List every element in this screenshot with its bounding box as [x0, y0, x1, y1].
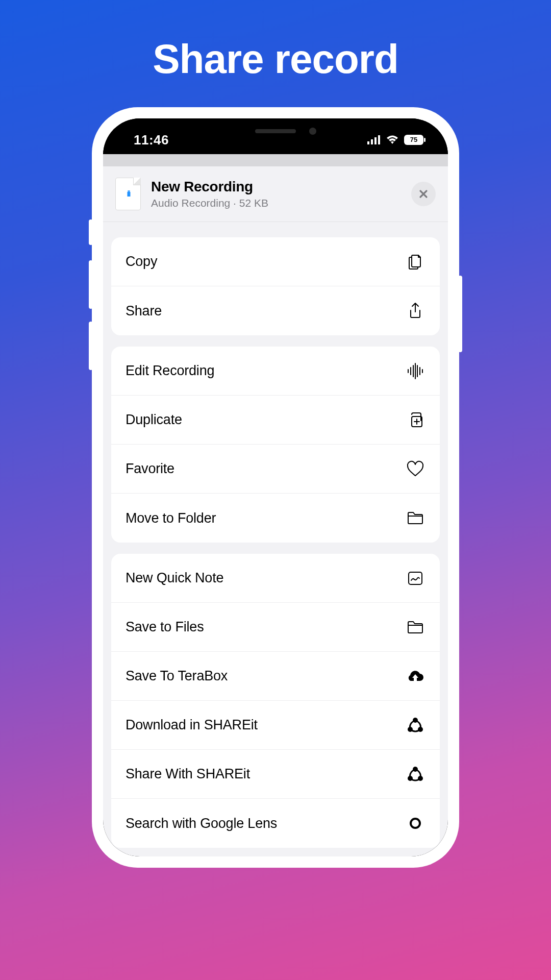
svg-rect-1	[371, 139, 373, 144]
sheet-body: Copy Share Edit Record	[103, 222, 448, 848]
lens-icon	[405, 813, 425, 834]
action-label: Duplicate	[126, 412, 182, 428]
action-label: Move to Folder	[126, 510, 216, 526]
action-new-quick-note[interactable]: New Quick Note	[111, 554, 440, 603]
action-download-shareit[interactable]: Download in SHAREit	[111, 701, 440, 750]
action-share-with-shareit[interactable]: Share With SHAREit	[111, 750, 440, 799]
wifi-icon	[386, 135, 399, 145]
action-save-to-files[interactable]: Save to Files	[111, 603, 440, 652]
folder-icon	[405, 508, 425, 528]
camera	[309, 128, 316, 135]
phone-frame: 11:46 75 ıllılı	[92, 107, 459, 868]
side-button	[89, 260, 93, 309]
svg-point-14	[411, 819, 420, 828]
action-label: Copy	[126, 254, 157, 270]
action-share[interactable]: Share	[111, 286, 440, 335]
action-duplicate[interactable]: Duplicate	[111, 396, 440, 445]
cloud-up-icon	[405, 666, 425, 687]
svg-rect-3	[378, 135, 380, 144]
action-group: New Quick Note Save to Files Save To Ter…	[111, 554, 440, 848]
shareit-icon	[405, 715, 425, 736]
action-label: Share	[126, 303, 162, 319]
action-label: Save To TeraBox	[126, 668, 228, 684]
close-button[interactable]	[411, 182, 436, 206]
side-button	[458, 276, 462, 352]
notch	[209, 118, 342, 144]
share-sheet: ıllılı New Recording Audio Recording · 5…	[103, 154, 448, 856]
share-up-icon	[405, 301, 425, 321]
cellular-icon	[367, 135, 381, 144]
quicknote-icon	[405, 568, 425, 589]
shareit-icon	[405, 764, 425, 785]
folder-icon	[405, 617, 425, 638]
svg-rect-2	[374, 137, 377, 144]
backdrop-hint	[103, 154, 448, 166]
status-time: 11:46	[134, 132, 169, 148]
copy-docs-icon	[405, 252, 425, 272]
action-label: New Quick Note	[126, 570, 223, 586]
duplicate-plus-icon	[405, 410, 425, 430]
heart-icon	[405, 459, 425, 479]
action-group: Copy Share	[111, 237, 440, 335]
action-label: Edit Recording	[126, 363, 214, 379]
action-favorite[interactable]: Favorite	[111, 445, 440, 494]
svg-rect-7	[409, 572, 422, 584]
action-label: Save to Files	[126, 619, 204, 635]
waveform-icon	[405, 361, 425, 381]
phone-screen: 11:46 75 ıllılı	[103, 118, 448, 856]
file-info: New Recording Audio Recording · 52 KB	[151, 179, 401, 209]
file-title: New Recording	[151, 179, 401, 195]
page-title: Share record	[0, 0, 551, 83]
action-label: Share With SHAREit	[126, 766, 250, 782]
sheet-header: ıllılı New Recording Audio Recording · 5…	[103, 166, 448, 222]
side-button	[89, 322, 93, 370]
action-label: Favorite	[126, 461, 174, 477]
battery-icon: 75	[404, 135, 425, 145]
action-group: Edit Recording Duplicate Favorite	[111, 347, 440, 543]
side-button	[89, 219, 93, 245]
file-subtitle: Audio Recording · 52 KB	[151, 197, 401, 209]
waveform-glyph: ıllılı	[127, 189, 130, 199]
speaker	[255, 129, 296, 133]
action-label: Download in SHAREit	[126, 717, 258, 733]
audio-file-icon: ıllılı	[115, 178, 141, 210]
action-edit-recording[interactable]: Edit Recording	[111, 347, 440, 396]
status-indicators: 75	[367, 135, 425, 145]
action-copy[interactable]: Copy	[111, 237, 440, 286]
svg-rect-0	[367, 141, 369, 144]
close-icon	[418, 189, 429, 199]
action-move-to-folder[interactable]: Move to Folder	[111, 494, 440, 543]
action-save-to-terabox[interactable]: Save To TeraBox	[111, 652, 440, 701]
action-label: Search with Google Lens	[126, 816, 277, 831]
action-search-google-lens[interactable]: Search with Google Lens	[111, 799, 440, 848]
svg-rect-5	[424, 138, 425, 142]
battery-level: 75	[404, 135, 423, 145]
